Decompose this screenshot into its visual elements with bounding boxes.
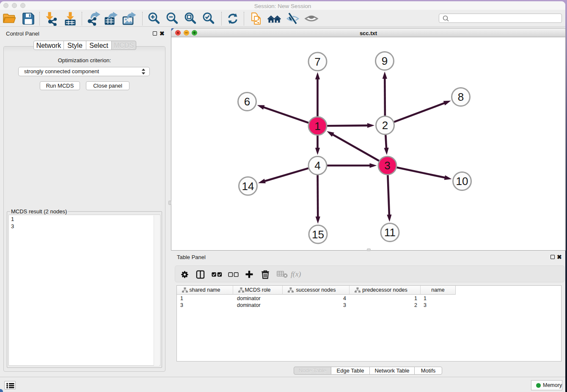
svg-text:8: 8 — [458, 91, 464, 103]
svg-text:6: 6 — [244, 95, 250, 108]
svg-text:1: 1 — [314, 120, 320, 133]
svg-text:7: 7 — [314, 55, 320, 68]
svg-text:11: 11 — [384, 226, 396, 239]
svg-text:2: 2 — [382, 119, 388, 132]
svg-text:3: 3 — [384, 159, 390, 172]
svg-text:4: 4 — [314, 159, 320, 172]
svg-text:10: 10 — [456, 175, 468, 188]
svg-text:14: 14 — [242, 180, 254, 193]
svg-text:15: 15 — [312, 228, 324, 241]
svg-text:9: 9 — [382, 55, 388, 67]
